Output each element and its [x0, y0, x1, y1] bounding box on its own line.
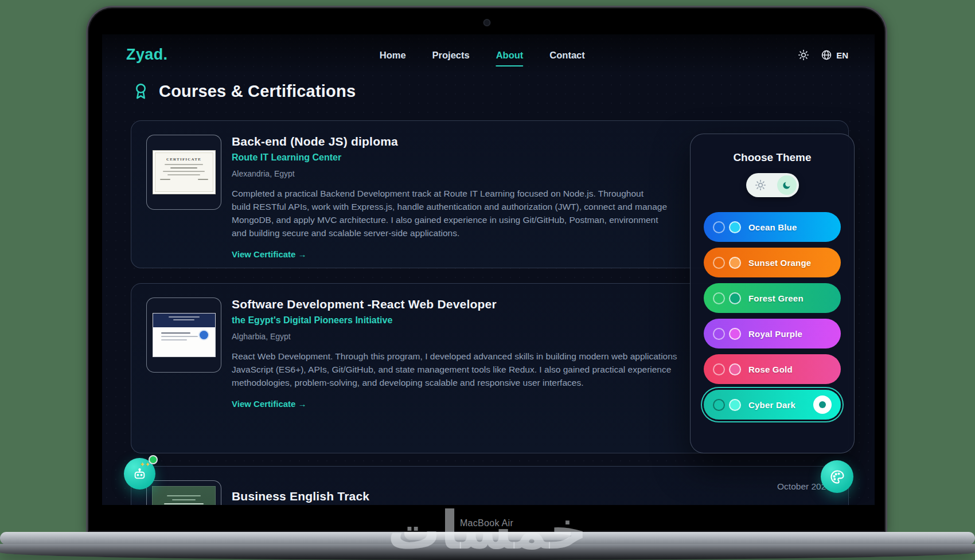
swatch-fill: [729, 221, 741, 233]
certificate-thumbnail[interactable]: [146, 480, 221, 505]
macbook-screen-shell: Zyad. Home Projects About Contact: [86, 6, 887, 532]
chat-bot-button[interactable]: ✦✦: [124, 458, 155, 489]
view-certificate-link[interactable]: View Certificate →: [232, 249, 307, 259]
nav-link-contact[interactable]: Contact: [549, 50, 584, 61]
certificate-thumbnail[interactable]: CERTIFICATE: [146, 135, 221, 210]
macbook-base-notch: [404, 532, 571, 540]
theme-picker-button[interactable]: [821, 460, 853, 493]
nav-link-about[interactable]: About: [496, 50, 524, 61]
swatch-fill: [729, 257, 741, 269]
theme-option-royal-purple[interactable]: Royal Purple: [704, 319, 841, 348]
theme-panel: Choose Theme: [690, 134, 855, 453]
sun-icon[interactable]: [755, 179, 766, 191]
certificate-image: [153, 313, 216, 357]
swatch-fill: [729, 363, 741, 375]
swatch-outline: [713, 328, 725, 340]
globe-icon: [821, 49, 832, 61]
view-certificate-link[interactable]: View Certificate →: [232, 399, 307, 409]
swatch-fill: [729, 292, 741, 304]
page-background: Zyad. Home Projects About Contact: [0, 0, 975, 560]
swatch-fill: [729, 399, 741, 411]
language-label: EN: [836, 50, 848, 60]
theme-option-forest-green[interactable]: Forest Green: [704, 283, 841, 313]
moon-icon[interactable]: [777, 175, 797, 195]
swatch-fill: [729, 328, 741, 340]
nav-controls: EN: [798, 34, 848, 76]
page-title: Courses & Certifications: [159, 82, 356, 101]
language-switcher[interactable]: EN: [821, 49, 848, 61]
sparkle-icon: ✦✦: [140, 461, 150, 468]
theme-option-ocean-blue[interactable]: Ocean Blue: [704, 212, 841, 242]
website-viewport: Zyad. Home Projects About Contact: [102, 34, 875, 505]
light-dark-toggle[interactable]: [746, 173, 799, 197]
theme-panel-title: Choose Theme: [691, 151, 854, 164]
sun-icon[interactable]: [798, 49, 809, 61]
award-ribbon-icon: [132, 81, 150, 101]
nav-links: Home Projects About Contact: [380, 34, 585, 76]
robot-icon: [132, 466, 147, 481]
site-logo[interactable]: Zyad.: [126, 46, 168, 64]
theme-option-sunset-orange[interactable]: Sunset Orange: [704, 248, 841, 277]
device-label: MacBook Air: [88, 518, 886, 528]
macbook-base-bottom: [0, 544, 975, 560]
theme-options: Ocean Blue Sunset Orange Forest Green: [691, 212, 854, 420]
macbook-base: [0, 532, 975, 545]
nav-link-home[interactable]: Home: [380, 50, 406, 61]
palette-icon: [829, 469, 845, 485]
swatch-outline: [713, 257, 725, 269]
section-heading: Courses & Certifications: [132, 81, 356, 101]
nav-link-projects[interactable]: Projects: [432, 50, 470, 61]
course-card-english: Business English Track the Egypt's Digit…: [131, 466, 849, 505]
course-title: Business English Track: [232, 489, 833, 503]
swatch-outline: [713, 221, 725, 233]
certificate-thumbnail[interactable]: [146, 297, 221, 373]
selected-indicator: [813, 395, 832, 414]
webcam-dot: [484, 20, 489, 25]
theme-option-rose-gold[interactable]: Rose Gold: [704, 354, 841, 384]
swatch-outline: [713, 292, 725, 304]
swatch-outline: [713, 399, 725, 411]
certificate-image: [152, 486, 216, 505]
theme-option-cyber-dark[interactable]: Cyber Dark: [704, 390, 841, 420]
online-status-dot: [149, 455, 158, 464]
certificate-image: CERTIFICATE: [153, 150, 216, 194]
navbar: Zyad. Home Projects About Contact: [102, 34, 875, 76]
swatch-outline: [713, 363, 725, 375]
